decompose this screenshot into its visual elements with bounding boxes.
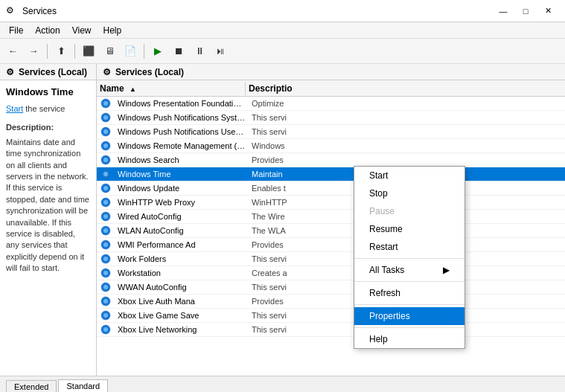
service-name: Windows Push Notifications System Servic… [115, 112, 249, 123]
service-description: Optimize [249, 97, 565, 109]
svg-point-27 [103, 285, 108, 289]
col-name-header[interactable]: Name ▲ [97, 82, 246, 95]
service-row[interactable]: Wired AutoConfigThe Wire [97, 210, 565, 224]
service-row[interactable]: Work FoldersThis servi [97, 252, 565, 266]
service-row[interactable]: WinHTTP Web ProxyWinHTTP [97, 196, 565, 210]
service-row[interactable]: Windows UpdateEnables t [97, 181, 565, 196]
svg-point-23 [103, 257, 108, 261]
service-name: WLAN AutoConfig [115, 225, 249, 237]
svg-point-11 [103, 172, 108, 176]
bottom-tabs: ExtendedStandard [0, 376, 565, 392]
up-button[interactable]: ⬆ [51, 42, 71, 61]
app-icon: ⚙ [6, 5, 18, 17]
services-list[interactable]: Windows Presentation Foundation Font Cac… [97, 97, 565, 376]
right-panel-header-label: Services (Local) [115, 67, 184, 77]
service-row[interactable]: Windows Push Notifications User Service_… [97, 125, 565, 139]
start-service-button[interactable]: ▶ [148, 42, 167, 61]
panel-header-label: Services (Local) [19, 67, 87, 77]
service-name: Windows Presentation Foundation Font Cac… [115, 97, 249, 109]
service-row[interactable]: WMI Performance AdProvides [97, 238, 565, 252]
service-row[interactable]: Windows Presentation Foundation Font Cac… [97, 97, 565, 111]
window-controls: — □ ✕ [492, 0, 559, 22]
context-menu-item-refresh[interactable]: Refresh [354, 284, 465, 302]
gear-icon: ⚙ [6, 67, 14, 77]
svg-point-13 [103, 186, 108, 190]
context-menu: StartStopPauseResumeRestartAll Tasks▶Ref… [354, 166, 465, 349]
service-name: Xbox Live Networking [115, 324, 249, 335]
service-row[interactable]: Windows Remote Management (WS-Management… [97, 139, 565, 153]
context-menu-item-all-tasks[interactable]: All Tasks▶ [354, 261, 465, 279]
context-menu-item-restart[interactable]: Restart [354, 238, 465, 256]
service-icon [100, 97, 112, 109]
col-desc-header[interactable]: Descriptio [246, 82, 565, 95]
svg-point-25 [103, 271, 108, 275]
service-icon [100, 211, 112, 222]
context-menu-separator [354, 281, 465, 282]
service-row[interactable]: Windows Push Notifications System Servic… [97, 111, 565, 125]
services-header: Name ▲ Descriptio [97, 80, 565, 97]
svg-point-3 [103, 115, 108, 120]
context-menu-separator [354, 258, 465, 259]
service-row[interactable]: WorkstationCreates a [97, 266, 565, 280]
computer-button[interactable]: 🖥 [100, 42, 119, 61]
svg-point-21 [103, 242, 108, 247]
service-name: WinHTTP Web Proxy [115, 196, 249, 208]
service-description: This servi [249, 126, 565, 138]
context-menu-item-pause: Pause [354, 202, 465, 220]
panel-header-row: ⚙ Services (Local) ⚙ Services (Local) [0, 64, 565, 80]
restart-service-button[interactable]: ⏯ [211, 42, 230, 61]
menu-item-action[interactable]: Action [29, 24, 66, 37]
service-row[interactable]: Xbox Live Auth ManaProvides [97, 295, 565, 309]
context-menu-item-stop[interactable]: Stop [354, 184, 465, 202]
context-menu-item-help[interactable]: Help [354, 330, 465, 348]
service-row[interactable]: Windows SearchProvides [97, 153, 565, 167]
properties-button[interactable]: 📄 [121, 42, 140, 61]
back-button[interactable]: ← [3, 42, 22, 61]
service-icon [100, 182, 112, 194]
service-row[interactable]: WLAN AutoConfigThe WLA [97, 224, 565, 238]
toolbar-separator-3 [144, 44, 144, 59]
service-row[interactable]: Xbox Live Game SaveThis servi [97, 309, 565, 323]
menu-item-file[interactable]: File [3, 24, 29, 37]
start-link[interactable]: Start [6, 104, 23, 113]
menu-item-help[interactable]: Help [98, 24, 128, 37]
tab-standard[interactable]: Standard [58, 379, 108, 392]
forward-button[interactable]: → [24, 42, 43, 61]
service-icon [100, 126, 112, 138]
service-description: This servi [249, 112, 565, 123]
description-text: Maintains date and time synchronization … [6, 137, 90, 274]
gear-icon-right: ⚙ [103, 67, 111, 77]
service-name: Xbox Live Auth Mana [115, 295, 249, 307]
service-row[interactable]: WWAN AutoConfigThis servi [97, 280, 565, 295]
maximize-button[interactable]: □ [514, 0, 537, 22]
show-hide-button[interactable]: ⬛ [79, 42, 98, 61]
svg-point-1 [103, 101, 108, 106]
service-icon [100, 112, 112, 123]
sort-arrow: ▲ [130, 86, 136, 93]
stop-service-button[interactable]: ⏹ [169, 42, 188, 61]
service-name: Windows Remote Management (WS-Management… [115, 140, 249, 152]
tab-extended[interactable]: Extended [6, 380, 57, 392]
context-menu-item-properties[interactable]: Properties [354, 307, 465, 325]
pause-service-button[interactable]: ⏸ [190, 42, 209, 61]
context-menu-item-resume[interactable]: Resume [354, 220, 465, 238]
description-label: Description: [6, 122, 90, 133]
service-name: Windows Update [115, 182, 249, 194]
service-icon [100, 140, 112, 152]
service-row[interactable]: Windows TimeMaintain [97, 167, 565, 181]
service-icon [100, 324, 112, 335]
menu-bar: FileActionViewHelp [0, 22, 565, 39]
close-button[interactable]: ✕ [537, 0, 559, 22]
minimize-button[interactable]: — [492, 0, 514, 22]
context-menu-item-start[interactable]: Start [354, 167, 465, 184]
menu-item-view[interactable]: View [66, 24, 98, 37]
context-menu-separator [354, 327, 465, 328]
service-icon [100, 239, 112, 251]
service-icon [100, 267, 112, 279]
service-row[interactable]: Xbox Live NetworkingThis servi [97, 323, 565, 337]
service-name: Workstation [115, 267, 249, 279]
main-container: Windows Time Start the service Descripti… [0, 80, 565, 376]
service-icon [100, 295, 112, 307]
left-panel: Windows Time Start the service Descripti… [0, 80, 97, 376]
service-icon [100, 309, 112, 321]
